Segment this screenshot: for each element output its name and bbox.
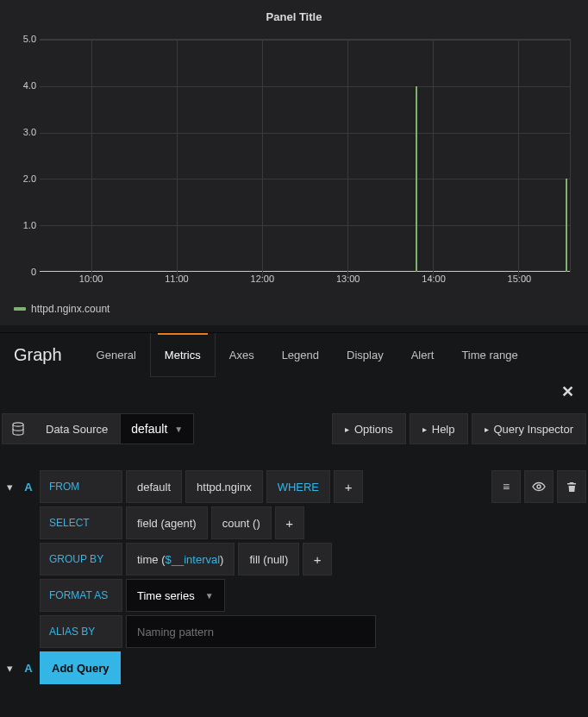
query-row-add: ▾ A Add Query [2,651,586,684]
datasource-label: Data Source [34,423,120,436]
select-add-button[interactable]: + [275,506,304,539]
groupby-add-button[interactable]: + [303,543,332,575]
x-tick: 10:00 [79,274,103,284]
gridline-v [347,40,348,277]
caret-down-icon: ▼ [174,425,183,434]
x-tick: 14:00 [422,274,446,284]
x-tick: 15:00 [508,274,532,284]
select-label: SELECT [40,506,122,539]
alias-label: ALIAS BY [40,615,122,648]
x-axis: 10:0011:0012:0013:0014:0015:00 [40,274,571,289]
query-letter[interactable]: A [17,470,40,503]
caret-right-icon: ▸ [345,425,349,434]
gridline-v [262,40,263,277]
y-axis: 01.02.03.04.05.0 [14,39,38,272]
gridline-h [40,225,570,226]
x-baseline [40,271,570,272]
y-tick: 1.0 [23,220,36,230]
y-tick: 2.0 [23,173,36,184]
groupby-label: GROUP BY [40,543,122,575]
collapse-toggle[interactable]: ▾ [2,651,17,684]
from-measurement-chip[interactable]: httpd.nginx [185,470,263,503]
gridline-v [433,40,434,277]
chart-area[interactable]: 01.02.03.04.05.0 10:0011:0012:0013:0014:… [7,30,581,298]
x-tick: 12:00 [251,274,275,284]
add-query-button[interactable]: Add Query [40,651,121,684]
gridline-v [91,40,92,277]
format-label: FORMAT AS [40,579,122,612]
y-tick: 5.0 [23,34,36,44]
select-field-chip[interactable]: field (agent) [126,506,208,539]
query-editor: ▾ A FROM default httpd.nginx WHERE + ≡ S… [0,470,588,691]
help-button[interactable]: ▸Help [410,413,468,444]
panel-title: Panel Title [7,7,581,27]
y-tick: 4.0 [23,80,36,91]
gridline-v [177,40,178,277]
chart-panel: Panel Title 01.02.03.04.05.0 10:0011:001… [0,0,588,325]
options-button[interactable]: ▸Options [332,413,406,444]
where-label[interactable]: WHERE [266,470,330,503]
query-row-format: FORMAT AS Time series ▼ [2,579,586,612]
x-tick: 11:00 [165,274,189,284]
data-spike [566,179,567,272]
caret-down-icon: ▼ [205,591,214,601]
groupby-fill-chip[interactable]: fill (null) [238,543,299,575]
caret-right-icon: ▸ [422,425,427,434]
data-spike [416,86,417,272]
datasource-row: Data Source default ▼ ▸Options ▸Help ▸Qu… [0,413,588,444]
from-label: FROM [40,470,122,503]
alias-input[interactable] [126,615,376,648]
gridline-h [40,40,570,41]
caret-right-icon: ▸ [485,425,489,434]
y-tick: 3.0 [23,127,36,137]
tab-axes[interactable]: Axes [216,333,268,377]
query-letter[interactable]: A [17,651,40,684]
gridline-v [518,40,519,277]
gridline-h [40,86,570,87]
tab-bar: Graph GeneralMetricsAxesLegendDisplayAle… [0,332,588,377]
tab-general[interactable]: General [83,333,150,377]
groupby-time-chip[interactable]: time ($__interval) [126,543,235,575]
tab-legend[interactable]: Legend [268,333,333,377]
query-toggle-visibility-button[interactable] [524,470,554,503]
gridline-h [40,133,570,134]
y-tick: 0 [31,267,36,277]
database-icon [3,422,34,436]
from-rp-chip[interactable]: default [126,470,182,503]
tab-alert[interactable]: Alert [397,333,448,377]
datasource-label-box: Data Source [2,413,121,444]
where-add-button[interactable]: + [334,470,363,503]
legend: httpd.nginx.count [7,298,581,315]
gridline-h [40,179,570,179]
format-select[interactable]: Time series ▼ [126,579,225,612]
legend-swatch [14,307,26,311]
tab-time-range[interactable]: Time range [447,333,531,377]
collapse-toggle[interactable]: ▾ [2,470,17,503]
query-row-select: SELECT field (agent) count () + [2,506,586,539]
panel-type-title: Graph [10,333,83,377]
x-tick: 13:00 [336,274,360,284]
svg-point-0 [13,423,23,426]
query-row-alias: ALIAS BY [2,615,586,648]
tab-metrics[interactable]: Metrics [150,333,216,377]
select-agg-chip[interactable]: count () [211,506,272,539]
query-menu-button[interactable]: ≡ [491,470,521,503]
close-bar: ✕ [0,377,588,413]
plot-area[interactable] [40,39,571,272]
query-inspector-button[interactable]: ▸Query Inspector [472,413,587,444]
query-delete-button[interactable] [557,470,586,503]
datasource-selected: default [131,422,167,436]
tabs: GeneralMetricsAxesLegendDisplayAlertTime… [83,333,532,377]
datasource-select[interactable]: default ▼ [121,413,194,444]
close-icon[interactable]: ✕ [561,382,574,401]
legend-series-name: httpd.nginx.count [31,303,109,315]
svg-point-1 [537,485,541,488]
query-row-groupby: GROUP BY time ($__interval) fill (null) … [2,543,586,575]
query-row-from: ▾ A FROM default httpd.nginx WHERE + ≡ [2,470,586,503]
tab-display[interactable]: Display [333,333,397,377]
